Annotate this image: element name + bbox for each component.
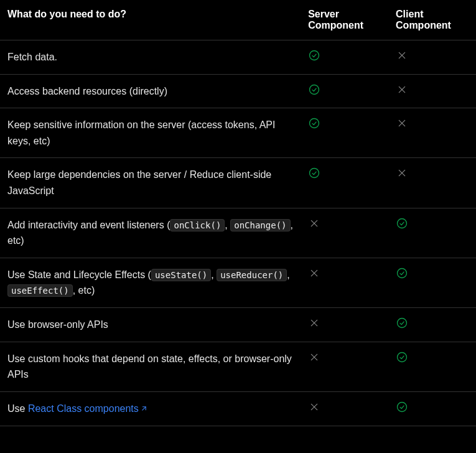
svg-point-14 — [398, 218, 407, 228]
row-need-cell: Use State and Lifecycle Effects (useStat… — [0, 258, 301, 307]
text-segment: Fetch data. — [7, 52, 57, 62]
check-icon — [308, 83, 320, 96]
text-segment: , — [225, 220, 230, 230]
component-comparison-table: What do you need to do? Server Component… — [0, 0, 476, 426]
text-segment: Keep sensitive information on the server… — [7, 119, 275, 146]
code-segment: onChange() — [230, 219, 290, 231]
text-segment: , etc) — [73, 285, 95, 296]
row-server-cell — [301, 307, 388, 342]
table-row: Keep large dependencies on the server / … — [0, 158, 476, 208]
check-icon — [396, 267, 408, 279]
check-icon — [396, 217, 408, 230]
x-icon — [396, 117, 408, 129]
check-icon — [396, 351, 408, 363]
row-need-cell: Use custom hooks that depend on state, e… — [0, 342, 301, 391]
row-server-cell — [301, 342, 388, 391]
table-header-row: What do you need to do? Server Component… — [0, 0, 476, 40]
table-row: Use browser-only APIs — [0, 307, 476, 342]
code-segment: useReducer() — [217, 269, 287, 281]
row-client-cell — [388, 40, 476, 75]
table-row: Access backend resources (directly) — [0, 74, 476, 108]
svg-point-3 — [310, 85, 319, 94]
row-need-cell: Fetch data. — [0, 40, 301, 75]
text-segment: Keep large dependencies on the server / … — [7, 169, 271, 196]
row-need-cell: Keep large dependencies on the server / … — [0, 158, 301, 208]
row-need-cell: Use browser-only APIs — [0, 307, 301, 342]
table-row: Keep sensitive information on the server… — [0, 108, 476, 158]
code-segment: onClick() — [170, 219, 225, 231]
row-server-cell — [301, 74, 388, 108]
text-segment: Use State and Lifecycle Effects ( — [7, 269, 151, 280]
x-icon — [396, 49, 408, 62]
row-client-cell — [388, 158, 476, 208]
check-icon — [396, 401, 408, 413]
header-client: Client Component — [388, 0, 476, 40]
x-icon — [308, 401, 320, 413]
row-client-cell — [388, 342, 476, 391]
svg-line-24 — [142, 407, 146, 410]
check-icon — [396, 317, 408, 329]
row-client-cell — [388, 208, 476, 258]
text-segment: Use — [7, 403, 28, 414]
row-server-cell — [301, 391, 388, 426]
check-icon — [308, 167, 320, 179]
svg-point-0 — [310, 51, 319, 60]
text-segment: Add interactivity and event listeners ( — [7, 220, 170, 230]
row-client-cell — [388, 74, 476, 108]
row-client-cell — [388, 391, 476, 426]
header-server: Server Component — [301, 0, 388, 40]
x-icon — [308, 267, 320, 279]
svg-point-27 — [398, 402, 407, 411]
x-icon — [396, 83, 408, 96]
svg-point-6 — [310, 119, 319, 128]
svg-point-17 — [398, 268, 407, 278]
text-segment: Use browser-only APIs — [7, 319, 108, 330]
table-row: Fetch data. — [0, 40, 476, 75]
text-segment: , — [287, 269, 289, 280]
external-link-icon — [140, 401, 148, 418]
svg-point-20 — [398, 318, 407, 327]
x-icon — [308, 351, 320, 363]
table-row: Use React Class components — [0, 391, 476, 426]
table-row: Use State and Lifecycle Effects (useStat… — [0, 258, 476, 307]
header-need: What do you need to do? — [0, 0, 301, 40]
code-segment: useState() — [151, 269, 211, 281]
row-need-cell: Keep sensitive information on the server… — [0, 108, 301, 158]
check-icon — [308, 49, 320, 62]
react-class-components-link[interactable]: React Class components — [28, 403, 148, 414]
code-segment: useEffect() — [7, 284, 73, 297]
x-icon — [308, 317, 320, 329]
row-need-cell: Access backend resources (directly) — [0, 74, 301, 108]
row-server-cell — [301, 40, 388, 75]
svg-point-23 — [398, 352, 407, 362]
row-server-cell — [301, 158, 388, 208]
svg-point-9 — [310, 169, 319, 178]
row-client-cell — [388, 258, 476, 307]
x-icon — [396, 167, 408, 179]
row-need-cell: Use React Class components — [0, 391, 301, 426]
table-row: Add interactivity and event listeners (o… — [0, 208, 476, 258]
text-segment: Use custom hooks that depend on state, e… — [7, 353, 292, 380]
row-server-cell — [301, 208, 388, 258]
table-row: Use custom hooks that depend on state, e… — [0, 342, 476, 391]
text-segment: Access backend resources (directly) — [7, 86, 167, 96]
row-client-cell — [388, 108, 476, 158]
row-server-cell — [301, 108, 388, 158]
x-icon — [308, 217, 320, 230]
row-need-cell: Add interactivity and event listeners (o… — [0, 208, 301, 258]
text-segment: , — [211, 269, 217, 280]
check-icon — [308, 117, 320, 129]
row-client-cell — [388, 307, 476, 342]
row-server-cell — [301, 258, 388, 307]
